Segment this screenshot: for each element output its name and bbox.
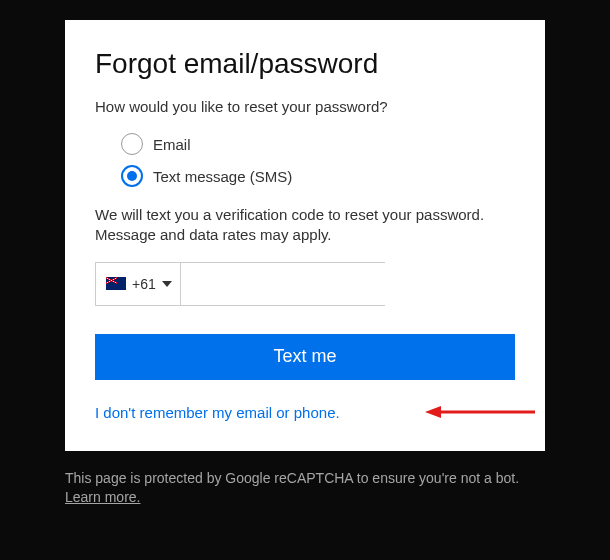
forgot-email-phone-link[interactable]: I don't remember my email or phone. <box>95 404 340 421</box>
svg-marker-1 <box>425 406 441 418</box>
radio-sms[interactable]: Text message (SMS) <box>121 165 515 187</box>
recaptcha-footer: This page is protected by Google reCAPTC… <box>65 469 545 508</box>
radio-email-label: Email <box>153 136 191 153</box>
radio-sms-label: Text message (SMS) <box>153 168 292 185</box>
annotation-arrow-icon <box>348 405 515 419</box>
chevron-down-icon <box>162 281 172 287</box>
radio-icon <box>121 165 143 187</box>
country-code-selector[interactable]: +61 <box>96 263 181 305</box>
phone-input[interactable] <box>181 263 391 305</box>
sms-info-text: We will text you a verification code to … <box>95 205 515 246</box>
learn-more-link[interactable]: Learn more. <box>65 489 140 505</box>
forgot-link-row: I don't remember my email or phone. <box>95 404 515 421</box>
prompt-text: How would you like to reset your passwor… <box>95 98 515 115</box>
radio-email[interactable]: Email <box>121 133 515 155</box>
radio-icon <box>121 133 143 155</box>
flag-au-icon <box>106 277 126 290</box>
phone-field: +61 <box>95 262 385 306</box>
forgot-password-card: Forgot email/password How would you like… <box>65 20 545 451</box>
page-title: Forgot email/password <box>95 48 515 80</box>
text-me-button[interactable]: Text me <box>95 334 515 380</box>
reset-method-group: Email Text message (SMS) <box>121 133 515 187</box>
dial-code: +61 <box>132 276 156 292</box>
footer-text: This page is protected by Google reCAPTC… <box>65 470 519 486</box>
